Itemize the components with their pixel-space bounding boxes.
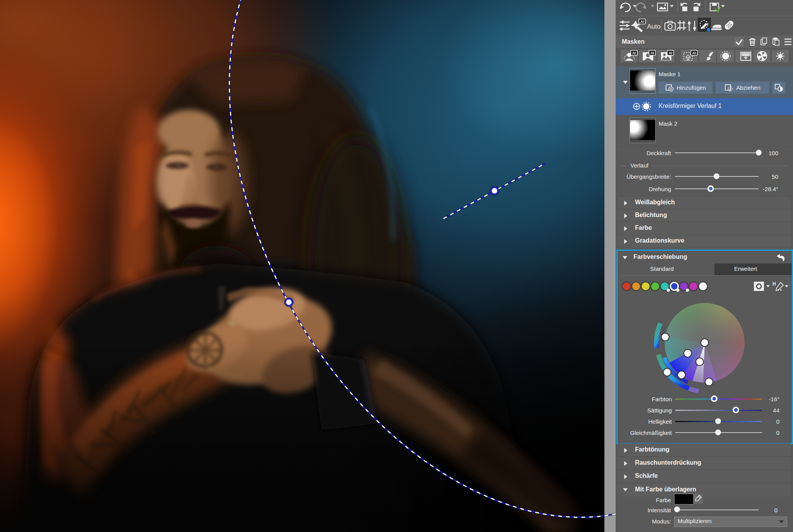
svg-text:AI: AI <box>669 51 672 55</box>
svg-text:H: H <box>772 281 776 287</box>
svg-text:Auto: Auto <box>647 23 661 30</box>
svg-text:AI: AI <box>651 51 654 55</box>
svg-text:AI: AI <box>632 51 636 55</box>
svg-text:AI: AI <box>692 51 696 55</box>
svg-text:AI: AI <box>640 19 644 24</box>
